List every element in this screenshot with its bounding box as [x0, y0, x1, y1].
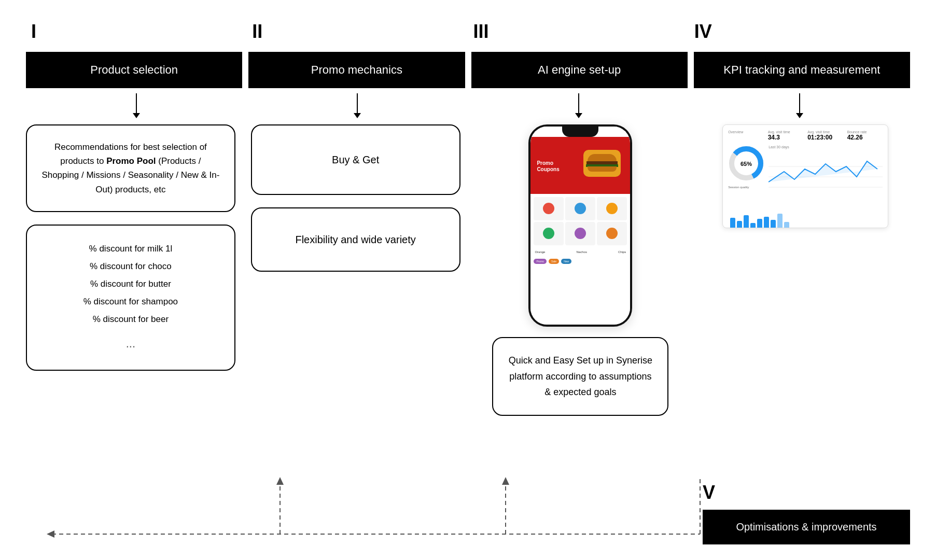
dashboard-bar-chart — [728, 213, 883, 228]
phone-product-5 — [565, 222, 595, 245]
ellipsis: ... — [41, 332, 220, 355]
column-3: Promo Coupons — [471, 124, 696, 416]
svg-marker-11 — [502, 477, 509, 485]
burger-image — [583, 150, 625, 186]
arrow-down-col2 — [357, 93, 358, 114]
dashboard-mockup: Overview Avg. visit time 34.3 Avg. visit… — [722, 124, 888, 228]
header-kpi-tracking: KPI tracking and measurement — [694, 52, 910, 88]
discount-milk: % discount for milk 1l — [41, 240, 220, 258]
ai-setup-box: Quick and Easy Set up in Synerise platfo… — [492, 337, 668, 416]
promo-tag-1: Promo — [534, 259, 547, 264]
dashboard-stat-4: Bounce rate 42.26 — [847, 130, 883, 141]
numeral-col3: III — [468, 21, 689, 43]
dashboard-stat-2: Avg. visit time 34.3 — [768, 130, 804, 141]
header-promo-mechanics: Promo mechanics — [248, 52, 465, 88]
promo-pool-label: Promo Pool — [106, 156, 156, 166]
numeral-col4: IV — [689, 21, 910, 43]
dashboard-stat-3: Avg. visit time 01:23:00 — [807, 130, 843, 141]
dashboard-stat-1: Overview — [728, 130, 764, 141]
phone-notch — [562, 127, 598, 137]
product-selection-box2: % discount for milk 1l % discount for ch… — [26, 225, 235, 371]
arrow-col3 — [468, 88, 689, 119]
column-2: Buy & Get Flexibility and wide variety — [246, 124, 471, 416]
column-1: Recommendations for best selection of pr… — [26, 124, 246, 416]
arrow-col1 — [26, 88, 247, 119]
phone-product-6 — [597, 222, 627, 245]
header-ai-engine: AI engine set-up — [471, 52, 688, 88]
phone-mockup: Promo Coupons — [528, 124, 632, 327]
dashboard-chart-area: 65% Session quality Last 30 days — [728, 145, 883, 213]
content-area: Recommendations for best selection of pr… — [26, 124, 910, 416]
arrow-down-col4 — [799, 93, 800, 114]
product-selection-box1: Recommendations for best selection of pr… — [26, 124, 235, 212]
dashboard-stats-row: Overview Avg. visit time 34.3 Avg. visit… — [728, 130, 883, 141]
phone-screen: Promo Coupons — [530, 127, 630, 325]
promo-tag-3: New — [561, 259, 571, 264]
promo-tag-2: Sale — [549, 259, 559, 264]
phone-product-1 — [534, 197, 564, 220]
discount-beer: % discount for beer — [41, 311, 220, 328]
svg-marker-7 — [47, 530, 54, 538]
column-4: Overview Avg. visit time 34.3 Avg. visit… — [695, 124, 910, 416]
arrows-row — [26, 88, 910, 119]
phone-products — [530, 194, 630, 248]
phone-product-4 — [534, 222, 564, 245]
svg-text:65%: 65% — [741, 161, 752, 167]
phone-product-3 — [597, 197, 627, 220]
arrow-down-col3 — [578, 93, 579, 114]
v-section: V Optimisations & improvements — [703, 482, 910, 544]
arrow-down-col1 — [136, 93, 137, 114]
main-container: I II III IV Product selection Promo mech… — [0, 0, 936, 560]
discount-butter: % discount for butter — [41, 275, 220, 293]
phone-category-labels: OrangeNachosChips — [530, 248, 630, 257]
promo-box-flexibility: Flexibility and wide variety — [251, 207, 460, 272]
optimisations-bar: Optimisations & improvements — [703, 510, 910, 544]
arrow-col2 — [247, 88, 468, 119]
phone-top-bar: Promo Coupons — [530, 137, 630, 194]
dashboard-donut: 65% Session quality — [728, 145, 764, 213]
phone-product-2 — [565, 197, 595, 220]
svg-marker-9 — [276, 477, 284, 485]
numeral-col2: II — [247, 21, 468, 43]
arrow-col4 — [689, 88, 910, 119]
phone-promo-tags: Promo Sale New — [530, 257, 630, 266]
numeral-col1: I — [26, 21, 247, 43]
numerals-row: I II III IV — [26, 21, 910, 43]
promo-box-buy-get: Buy & Get — [251, 124, 460, 195]
header-product-selection: Product selection — [26, 52, 242, 88]
v-numeral: V — [703, 482, 910, 503]
discount-shampoo: % discount for shampoo — [41, 293, 220, 311]
headers-row: Product selection Promo mechanics AI eng… — [26, 52, 910, 88]
discount-choco: % discount for choco — [41, 258, 220, 275]
dashboard-line-chart: Last 30 days — [769, 145, 883, 213]
